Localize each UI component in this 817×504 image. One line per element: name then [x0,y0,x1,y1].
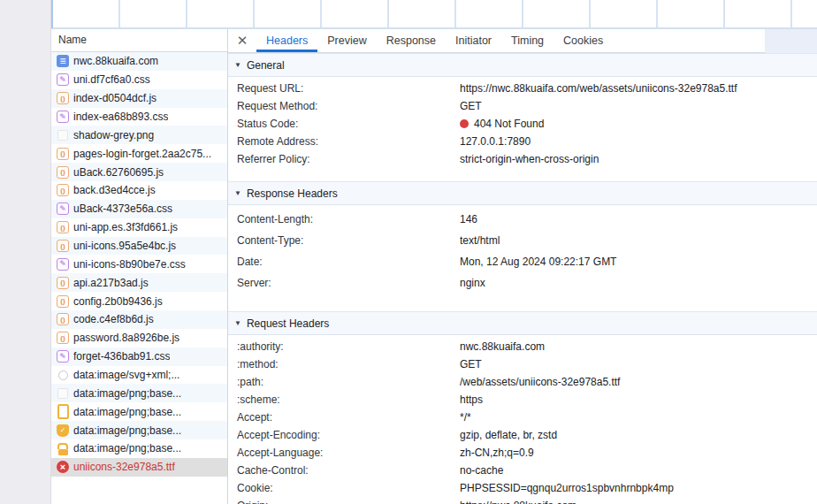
request-list-item[interactable]: index-ea68b893.css [51,108,227,126]
header-row: Content-Type: text/html [228,230,817,251]
js-icon [57,240,69,252]
header-name: Cache-Control: [228,464,460,477]
triangle-down-icon: ▼ [234,319,241,327]
request-name: uni.df7cf6a0.css [73,73,150,86]
request-list-item[interactable]: back.d3ed4cce.js [51,181,227,200]
css-icon [57,73,69,86]
header-name: Status Code: [228,118,460,130]
request-list-item[interactable]: forget-436bab91.css [51,347,227,366]
css-icon [57,202,69,215]
header-row: Accept-Encoding: gzip, deflate, br, zstd [228,426,817,444]
header-name: Accept: [228,411,460,424]
header-row: Origin: https://nwc.88kuaifa.com [228,497,817,504]
network-requests-pane: Name nwc.88kuaifa.com uni.df7cf6a0.css i… [51,29,228,504]
request-list-item[interactable]: data:image/png;base... [51,421,227,439]
request-list-item[interactable]: uBack.62760695.js [51,163,227,181]
css-icon [57,258,69,271]
header-name: Cookie: [228,482,460,494]
header-row: :path: /web/assets/uniicons-32e978a5.ttf [228,373,817,391]
triangle-down-icon: ▼ [234,61,241,69]
request-name: data:image/png;base... [73,406,181,418]
tabbar-right-area [765,29,817,53]
request-list-item[interactable]: shadow-grey.png [51,126,227,144]
tab-response[interactable]: Response [377,29,446,52]
tab-preview[interactable]: Preview [317,29,376,52]
tab-cookies[interactable]: Cookies [554,29,613,52]
request-name: back.d3ed4cce.js [73,184,156,196]
header-row: :authority: nwc.88kuaifa.com [228,338,817,355]
section-title: Request Headers [247,317,329,330]
request-list-item[interactable]: nwc.88kuaifa.com [51,52,227,71]
request-list-item[interactable]: data:image/png;base... [51,402,227,421]
js-icon [57,277,69,289]
section-request-headers-header[interactable]: ▼ Request Headers [228,311,817,335]
header-row: Status Code: 404 Not Found [228,115,817,133]
header-name: Referrer Policy: [228,153,460,165]
request-list-item[interactable]: uBack-4373e56a.css [51,200,227,218]
request-list-item[interactable]: pages-login-forget.2aa2c75... [51,144,227,163]
name-column-header[interactable]: Name [51,29,227,52]
request-list-item[interactable]: data:image/svg+xml;... [51,366,227,385]
request-name: shadow-grey.png [73,129,154,141]
request-list-item[interactable]: uni-icons-8b90be7e.css [51,255,227,273]
request-list-item[interactable]: password.8a8926be.js [51,329,227,347]
tab-headers[interactable]: Headers [256,29,317,52]
request-name: config.2b0b9436.js [73,295,163,308]
document-icon [57,55,69,67]
image-faint-icon [57,388,68,399]
header-row: Server: nginx [228,272,817,294]
request-list-item[interactable]: uniicons-32e978a5.ttf [51,458,227,477]
header-name: Accept-Encoding: [228,429,460,441]
header-name: Accept-Language: [228,447,460,459]
request-name: uni-app.es.3f3fd661.js [73,221,178,233]
section-response-headers: ▼ Response Headers Content-Length: 146 C… [228,181,817,297]
header-value: 127.0.0.1:7890 [460,135,531,148]
header-name: Origin: [228,500,460,504]
js-icon [57,166,69,179]
lock-icon [57,442,69,454]
header-name: Content-Type: [228,234,460,247]
js-icon [57,295,69,308]
js-icon [57,92,69,104]
js-icon [57,148,69,160]
section-general-body: Request URL: https://nwc.88kuaifa.com/we… [228,77,817,169]
header-value: GET [460,100,482,112]
request-list-item[interactable]: config.2b0b9436.js [51,292,227,310]
request-list-item[interactable]: uni.df7cf6a0.css [51,71,227,89]
header-value: gzip, deflate, br, zstd [460,429,557,441]
request-name: pages-login-forget.2aa2c75... [73,148,211,160]
header-name: Request Method: [228,100,460,112]
request-list-item[interactable]: uni-app.es.3f3fd661.js [51,218,227,237]
request-list-item[interactable]: api.a217b3ad.js [51,273,227,292]
request-list-item[interactable]: uni-icons.95a5e4bc.js [51,237,227,256]
request-name: api.a217b3ad.js [73,277,149,289]
header-row: Cookie: PHPSESSID=qgnqu2urros1spbvnhrnbp… [228,479,817,497]
svg-circle-icon [57,369,69,381]
section-response-headers-header[interactable]: ▼ Response Headers [228,181,817,205]
header-row: Content-Length: 146 [228,209,817,230]
header-value: 404 Not Found [460,118,544,130]
request-name: data:image/svg+xml;... [73,369,179,381]
close-icon[interactable]: ✕ [228,29,256,52]
request-name: password.8a8926be.js [73,332,179,344]
error-icon [57,461,69,473]
request-list-item[interactable]: data:image/png;base... [51,384,227,402]
header-name: :authority: [228,340,460,353]
tab-timing[interactable]: Timing [501,29,554,52]
tab-initiator[interactable]: Initiator [446,29,501,52]
header-name: :path: [228,376,460,388]
section-request-headers-body: :authority: nwc.88kuaifa.com :method: GE… [228,335,817,504]
left-gutter [0,0,51,504]
request-list-item[interactable]: data:image/png;base... [51,439,227,458]
header-value: */* [460,411,471,424]
request-list-item[interactable]: index-d0504dcf.js [51,89,227,108]
network-overview-strip[interactable] [51,0,817,29]
section-general-header[interactable]: ▼ General [228,53,817,77]
request-list-item[interactable]: code.c4ef8b6d.js [51,310,227,329]
section-general: ▼ General Request URL: https://nwc.88kua… [228,53,817,169]
section-title: Response Headers [247,187,338,200]
css-icon [57,350,69,363]
triangle-down-icon: ▼ [234,189,241,197]
request-name: forget-436bab91.css [73,350,170,363]
header-name: :scheme: [228,393,460,406]
